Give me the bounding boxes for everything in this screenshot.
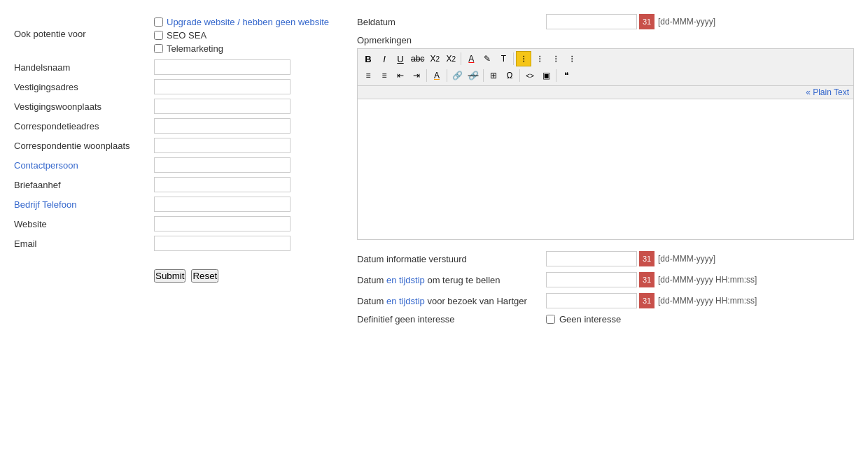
opmerkingen-label-row: Opmerkingen [357, 35, 854, 45]
align-justify-button[interactable]: ⁝ [564, 51, 580, 66]
special-chars-button[interactable]: Ω [502, 68, 517, 83]
email-input[interactable] [154, 236, 290, 251]
datum-bezoek-label: Datum en tijdstip voor bezoek van Hartge… [357, 296, 546, 306]
align-right-button[interactable]: ⁝ [548, 51, 564, 66]
website-row: Website [14, 216, 336, 231]
toolbar-sep-3 [426, 69, 427, 82]
submit-button[interactable]: Submit [154, 269, 186, 283]
vestigingswoonplaats-label: Vestigingswoonplaats [14, 101, 154, 112]
toolbar-sep-2 [513, 52, 514, 65]
ordered-list-button[interactable]: ≡ [360, 68, 376, 83]
toolbar-sep-4 [447, 69, 447, 82]
bgcolor-button[interactable]: A [429, 68, 444, 83]
link-button[interactable]: 🔗 [449, 68, 465, 83]
vestigingswoonplaats-input[interactable] [154, 99, 290, 114]
vestigingsadres-input[interactable] [154, 79, 290, 94]
checkbox-upgrade: Upgrade website / hebben geen website [154, 17, 329, 27]
outdent-button[interactable]: ⇤ [393, 68, 408, 83]
datum-informatie-calendar-icon[interactable]: 31 [639, 251, 654, 266]
left-fields: Handelsnaam Vestigingsadres Vestigingswo… [14, 59, 336, 251]
superscript-button[interactable]: X2 [443, 51, 458, 66]
correspondentie-woonplaats-label: Correspondentie woonplaats [14, 141, 154, 151]
unordered-list-button[interactable]: ≡ [377, 68, 392, 83]
editor-content-area[interactable] [358, 99, 853, 239]
indent-button[interactable]: ⇥ [409, 68, 424, 83]
template-button[interactable]: ▣ [538, 68, 554, 83]
correspondetieadres-input[interactable] [154, 118, 290, 134]
blockquote-button[interactable]: ❝ [559, 68, 574, 83]
datum-bezoek-format: [dd-MMM-yyyy HH:mm:ss] [658, 296, 757, 306]
website-input[interactable] [154, 216, 290, 231]
toolbar-row-2: ≡ ≡ ⇤ ⇥ A 🔗 🔗 ⊞ Ω [360, 68, 850, 83]
datum-bezoek-calendar-icon[interactable]: 31 [639, 293, 654, 308]
strikethrough-button[interactable]: abc [409, 51, 426, 66]
vestigingsadres-row: Vestigingsadres [14, 79, 336, 94]
align-center-button[interactable]: ⁝ [532, 51, 547, 66]
subscript-button[interactable]: X2 [427, 51, 442, 66]
bold-button[interactable]: B [360, 51, 376, 66]
geen-interesse-row: Definitief geen interesse Geen interesse [357, 314, 854, 325]
ook-potentie-row: Ook potentie voor Upgrade website / hebb… [14, 14, 336, 54]
datum-terugbellen-calendar-icon[interactable]: 31 [639, 272, 654, 287]
highlight-button[interactable]: ✎ [479, 51, 495, 66]
handelsnaam-row: Handelsnaam [14, 59, 336, 75]
beldatum-calendar-icon[interactable]: 31 [639, 14, 654, 29]
ook-potentie-label: Ook potentie voor [14, 29, 154, 39]
toolbar-sep-1 [461, 52, 461, 65]
checkbox-seo: SEO SEA [154, 30, 329, 41]
contactpersoon-row: Contactpersoon [14, 157, 336, 173]
checkbox-seo-input[interactable] [154, 31, 163, 40]
correspondetieadres-label: Correspondetieadres [14, 121, 154, 131]
datum-informatie-input[interactable] [546, 251, 637, 266]
checkboxes-area: Upgrade website / hebben geen website SE… [154, 14, 329, 54]
bedrijf-telefoon-row: Bedrijf Telefoon [14, 197, 336, 212]
plain-text-link[interactable]: « Plain Text [806, 87, 849, 97]
editor-toolbar: B I U abc X2 X2 A ✎ T ⁝ ⁝ [358, 49, 853, 86]
datum-informatie-row: Datum informatie verstuurd 31 [dd-MMM-yy… [357, 251, 854, 266]
correspondentie-woonplaats-input[interactable] [154, 138, 290, 153]
contactpersoon-input[interactable] [154, 157, 290, 173]
briefaanhef-label: Briefaanhef [14, 180, 154, 190]
right-panel: Beldatum 31 [dd-MMM-yyyy] Opmerkingen [336, 14, 854, 330]
datum-informatie-wrap: 31 [dd-MMM-yyyy] [546, 251, 715, 266]
toolbar-row-1: B I U abc X2 X2 A ✎ T ⁝ ⁝ [360, 51, 850, 66]
italic-button[interactable]: I [377, 51, 392, 66]
left-panel: Ook potentie voor Upgrade website / hebb… [14, 14, 336, 330]
geen-interesse-label: Definitief geen interesse [357, 314, 546, 325]
reset-button[interactable]: Reset [191, 269, 218, 283]
toolbar-sep-6 [519, 69, 520, 82]
align-left-button[interactable]: ⁝ [516, 51, 531, 66]
handelsnaam-label: Handelsnaam [14, 62, 154, 73]
datum-informatie-label: Datum informatie verstuurd [357, 254, 546, 264]
table-button[interactable]: ⊞ [486, 68, 501, 83]
toolbar-sep-5 [483, 69, 484, 82]
vestigingsadres-label: Vestigingsadres [14, 82, 154, 92]
bedrijf-telefoon-input[interactable] [154, 197, 290, 212]
datum-bezoek-input[interactable] [546, 293, 637, 308]
checkbox-upgrade-label: Upgrade website / hebben geen website [167, 17, 329, 27]
bedrijf-telefoon-label: Bedrijf Telefoon [14, 199, 154, 210]
opmerkingen-label: Opmerkingen [357, 35, 546, 45]
fontcolor-button[interactable]: A [463, 51, 479, 66]
handelsnaam-input[interactable] [154, 59, 290, 75]
datum-terugbellen-wrap: 31 [dd-MMM-yyyy HH:mm:ss] [546, 272, 757, 287]
source-button[interactable]: <> [522, 68, 538, 83]
datum-bezoek-wrap: 31 [dd-MMM-yyyy HH:mm:ss] [546, 293, 757, 308]
correspondetieadres-row: Correspondetieadres [14, 118, 336, 134]
datum-bezoek-row: Datum en tijdstip voor bezoek van Hartge… [357, 293, 854, 308]
checkbox-telemarketing-input[interactable] [154, 44, 163, 53]
format-button[interactable]: T [496, 51, 511, 66]
beldatum-label: Beldatum [357, 17, 546, 27]
beldatum-input[interactable] [546, 14, 637, 29]
datum-terugbellen-input[interactable] [546, 272, 637, 287]
briefaanhef-input[interactable] [154, 177, 290, 192]
beldatum-input-wrap: 31 [dd-MMM-yyyy] [546, 14, 715, 29]
email-row: Email [14, 236, 336, 251]
beldatum-format: [dd-MMM-yyyy] [658, 17, 715, 27]
checkbox-upgrade-input[interactable] [154, 17, 163, 27]
geen-interesse-checkbox[interactable] [546, 315, 555, 324]
underline-button[interactable]: U [393, 51, 408, 66]
checkbox-telemarketing: Telemarketing [154, 43, 329, 54]
unlink-button[interactable]: 🔗 [465, 68, 481, 83]
main-layout: Ook potentie voor Upgrade website / hebb… [14, 14, 854, 330]
